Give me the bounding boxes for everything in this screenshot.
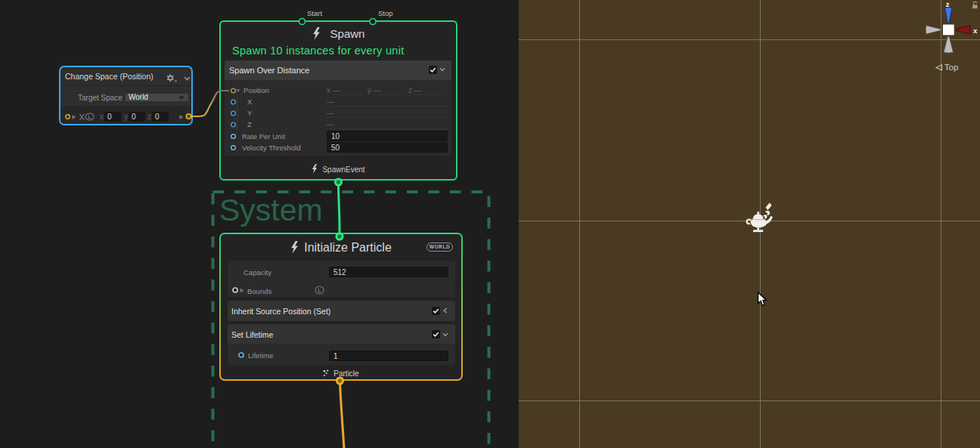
svg-text:Top: Top <box>944 63 959 72</box>
svg-text:x: x <box>973 26 978 35</box>
